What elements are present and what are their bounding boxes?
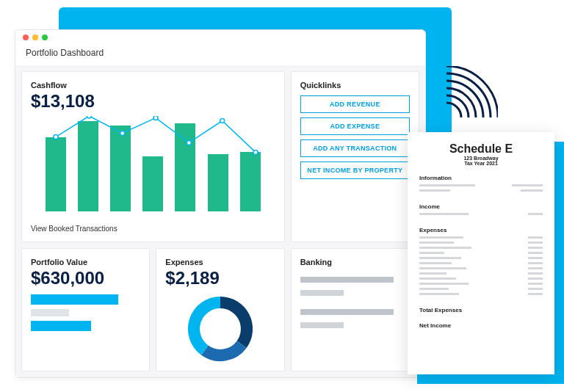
doc-title: Schedule E: [419, 142, 543, 156]
close-dot-icon[interactable]: [23, 35, 29, 40]
svg-point-4: [187, 140, 191, 145]
portfolio-value-amount: $630,000: [31, 268, 140, 288]
quicklink-button-1[interactable]: ADD EXPENSE: [300, 117, 410, 135]
expenses-value: $2,189: [165, 268, 275, 288]
doc-tax-year: Tax Year 2021: [419, 161, 543, 166]
cashflow-card: Cashflow $13,108 View Booked Transaction…: [21, 71, 285, 242]
svg-point-0: [54, 135, 58, 139]
pv-bar-3: [31, 321, 91, 331]
portfolio-value-card: Portfolio Value $630,000: [21, 248, 150, 371]
schedule-e-document: Schedule E 123 Broadway Tax Year 2021 In…: [408, 132, 554, 374]
doc-section-expenses: Expenses: [419, 227, 543, 233]
doc-section-income: Income: [419, 203, 543, 210]
doc-section-information: Information: [419, 175, 543, 181]
quicklinks-card: Quicklinks ADD REVENUEADD EXPENSEADD ANY…: [291, 71, 419, 242]
page-title: Portfolio Dashboard: [15, 45, 425, 65]
svg-point-6: [253, 150, 258, 154]
expenses-card: Expenses $2,189: [156, 248, 284, 371]
window-titlebar: [15, 30, 425, 45]
banking-label: Banking: [300, 258, 410, 266]
view-booked-transactions-link[interactable]: View Booked Transactions: [31, 225, 275, 233]
svg-point-5: [220, 119, 225, 123]
cashflow-label: Cashflow: [31, 81, 275, 90]
cashflow-value: $13,108: [31, 91, 275, 112]
minimize-dot-icon[interactable]: [32, 35, 38, 40]
cashflow-chart: [31, 116, 275, 211]
banking-placeholder-lines: [300, 277, 410, 328]
quicklinks-list: ADD REVENUEADD EXPENSEADD ANY TRANSACTIO…: [300, 95, 410, 179]
doc-section-net-income: Net Income: [419, 322, 543, 329]
app-window: Portfolio Dashboard Cashflow $13,108 Vie…: [15, 29, 426, 378]
quicklink-button-3[interactable]: NET INCOME BY PROPERTY: [300, 161, 410, 179]
expenses-donut-chart: [165, 296, 275, 362]
pv-bar-2: [31, 309, 69, 316]
doc-address: 123 Broadway: [419, 156, 543, 161]
dashboard-grid: Cashflow $13,108 View Booked Transaction…: [15, 65, 425, 377]
svg-point-2: [120, 131, 125, 135]
expenses-label: Expenses: [165, 258, 275, 266]
quicklink-button-0[interactable]: ADD REVENUE: [300, 95, 410, 113]
pv-bar-1: [31, 294, 118, 305]
banking-card: Banking: [291, 248, 419, 371]
doc-section-total-expenses: Total Expenses: [419, 307, 543, 313]
portfolio-value-label: Portfolio Value: [31, 258, 140, 266]
svg-point-1: [87, 116, 91, 118]
maximize-dot-icon[interactable]: [42, 35, 48, 40]
quicklinks-label: Quicklinks: [300, 81, 410, 90]
quicklink-button-2[interactable]: ADD ANY TRANSACTION: [300, 139, 410, 157]
svg-point-3: [153, 116, 158, 120]
